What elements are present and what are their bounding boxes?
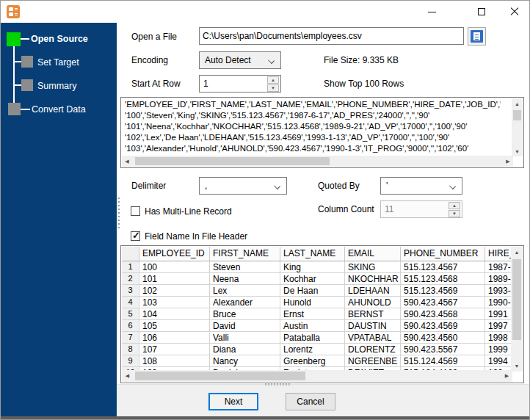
scroll-down-icon[interactable]: ▼ [512,146,523,156]
has-multiline-checkbox[interactable]: ✓ [131,206,140,216]
grid-cell[interactable]: Ernst [280,308,345,320]
grid-cell[interactable]: King [280,261,345,273]
grid-row-number[interactable]: 7 [122,332,139,344]
table-row[interactable]: 7106ValliPataballaVPATABAL590.423.456019… [122,332,512,344]
grid-row-number[interactable] [122,247,139,261]
scroll-up-icon[interactable]: ▲ [512,98,523,109]
grid-cell[interactable]: De Haan [280,285,345,297]
grid-cell[interactable]: VPATABAL [345,332,401,344]
grid-row-number[interactable]: 5 [122,308,139,320]
grid-cell[interactable]: 515.124.4569 [401,355,485,367]
grid-cell[interactable]: 590.423.5567 [401,344,485,355]
delimiter-select[interactable]: , [199,177,287,195]
grid-cell[interactable]: SKING [345,261,401,273]
grid-cell[interactable]: Alexander [210,297,280,308]
grid-cell[interactable]: 1989-9-21 [485,273,512,285]
grid-vertical-scrollbar[interactable]: ▲ ▼ [511,247,523,372]
raw-preview-box[interactable]: 'EMPLOYEE_ID','FIRST_NAME','LAST_NAME','… [120,97,524,168]
grid-cell[interactable]: 108 [139,355,210,367]
grid-cell[interactable]: Nancy [210,355,280,367]
grid-cell[interactable]: 107 [139,344,210,355]
field-name-in-header-checkbox[interactable]: ✓ [131,231,140,241]
grid-cell[interactable]: Greenberg [280,355,345,367]
grid-cell[interactable]: HIRE_DATE [485,247,512,261]
scroll-right-icon[interactable]: ▶ [503,156,513,167]
scroll-down-icon[interactable]: ▼ [511,361,523,372]
grid-row-number[interactable]: 4 [122,297,139,308]
grid-cell[interactable]: 590.423.4569 [401,320,485,332]
grid-cell[interactable]: EMPLOYEE_ID [139,247,210,261]
grid-row-number[interactable]: 2 [122,273,139,285]
grid-cell[interactable]: 100 [139,261,210,273]
scroll-right-icon[interactable]: ▶ [501,370,512,382]
grid-cell[interactable]: PHONE_NUMBER [401,247,485,261]
cancel-button[interactable]: Cancel [286,393,335,410]
grid-cell[interactable]: 515.123.4567 [401,261,485,273]
grid-cell[interactable]: 102 [139,285,210,297]
grid-cell[interactable]: 590.423.4560 [401,332,485,344]
grid-cell[interactable]: 1991 [485,308,512,320]
table-row[interactable]: 1100StevenKingSKING515.123.45671987-6-17 [122,261,512,273]
grid-cell[interactable]: AHUNOLD [345,297,401,308]
grid-cell[interactable]: LAST_NAME [280,247,345,261]
panel-splitter[interactable] [118,198,120,230]
sidebar-item-set-target[interactable]: Set Target [37,57,79,68]
grid-cell[interactable]: Bruce [210,308,280,320]
table-row[interactable]: 2101NeenaKochharNKOCHHAR515.123.45681989… [122,273,512,285]
preview-data-grid[interactable]: EMPLOYEE_IDFIRST_NAMELAST_NAMEEMAILPHONE… [120,245,524,383]
table-row[interactable]: 4103AlexanderHunoldAHUNOLD590.423.456719… [122,297,512,308]
grid-cell[interactable]: 590.423.4567 [401,297,485,308]
maximize-button[interactable] [465,1,498,23]
grid-cell[interactable]: NKOCHHAR [345,273,401,285]
stepper-up-icon[interactable]: ▲ [267,76,279,84]
scroll-left-icon[interactable]: ◀ [122,156,132,167]
grid-cell[interactable]: Steven [210,261,280,273]
grid-cell[interactable]: 101 [139,273,210,285]
encoding-select[interactable]: Auto Detect [199,51,281,69]
grid-cell[interactable]: 105 [139,320,210,332]
next-button[interactable]: Next [208,393,258,410]
grid-horizontal-scrollbar[interactable]: ◀ ▶ [122,370,512,382]
grid-cell[interactable]: EMAIL [345,247,401,261]
preview-vertical-scrollbar[interactable]: ▲ ▼ [512,98,523,156]
start-at-row-stepper[interactable]: 1 ▲ ▼ [199,75,281,93]
grid-cell[interactable]: DAUSTIN [345,320,401,332]
grid-row-number[interactable]: 6 [122,320,139,332]
footer-grip[interactable] [265,383,291,385]
grid-cell[interactable]: Lex [210,285,280,297]
grid-cell[interactable]: Neena [210,273,280,285]
grid-cell[interactable]: Valli [210,332,280,344]
grid-cell[interactable]: NGREENBE [345,355,401,367]
grid-cell[interactable]: Kochhar [280,273,345,285]
table-row[interactable]: 5104BruceErnstBERNST590.423.45681991 [122,308,512,320]
minimize-button[interactable] [415,1,449,23]
grid-cell[interactable]: 1999 [485,344,512,355]
grid-cell[interactable]: Austin [280,320,345,332]
grid-cell[interactable]: 1994 [485,355,512,367]
grid-cell[interactable]: 104 [139,308,210,320]
scroll-left-icon[interactable]: ◀ [122,370,133,382]
table-row[interactable]: 9108NancyGreenbergNGREENBE515.124.456919… [122,355,512,367]
grid-row-number[interactable]: 8 [122,344,139,355]
grid-cell[interactable]: Hunold [280,297,345,308]
grid-row-number[interactable]: 1 [122,261,139,273]
grid-row-number[interactable]: 9 [122,355,139,367]
preview-horizontal-scrollbar[interactable]: ◀ ▶ [122,156,513,167]
grid-cell[interactable]: 1997 [485,320,512,332]
grid-cell[interactable]: 106 [139,332,210,344]
grid-cell[interactable]: 1993-1-13 [485,285,512,297]
scroll-up-icon[interactable]: ▲ [511,247,523,258]
sidebar-item-convert-data[interactable]: Convert Data [32,104,86,115]
sidebar-item-open-source[interactable]: Open Source [31,34,88,44]
browse-file-button[interactable] [468,27,486,46]
grid-cell[interactable]: 590.423.4568 [401,308,485,320]
grid-cell[interactable]: BERNST [345,308,401,320]
grid-row-number[interactable]: 3 [122,285,139,297]
grid-cell[interactable]: 515.123.4569 [401,285,485,297]
grid-cell[interactable]: DLORENTZ [345,344,401,355]
grid-cell[interactable]: 1998 [485,332,512,344]
quoted-by-select[interactable]: ' [380,177,462,195]
grid-cell[interactable]: FIRST_NAME [210,247,280,261]
table-row[interactable]: 3102LexDe HaanLDEHAAN515.123.45691993-1-… [122,285,512,297]
stepper-down-icon[interactable]: ▼ [267,84,279,92]
